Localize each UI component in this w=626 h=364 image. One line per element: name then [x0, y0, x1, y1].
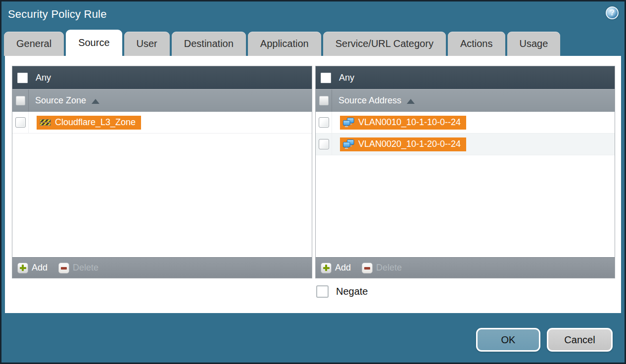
row-checkbox[interactable] — [319, 139, 329, 149]
zone-tag-label: Cloudflare_L3_Zone — [55, 117, 136, 128]
tab-service-url-category[interactable]: Service/URL Category — [323, 32, 446, 56]
source-address-panel: Any Source Address — [315, 66, 615, 278]
tab-application[interactable]: Application — [248, 32, 321, 56]
table-row[interactable]: VLAN0010_10-1-10-0--24 — [316, 112, 615, 134]
source-zone-column-header[interactable]: Source Zone — [12, 89, 312, 112]
column-header-label: Source Address — [338, 95, 401, 106]
source-address-footer: Add Delete — [316, 257, 615, 278]
zone-tag[interactable]: Cloudflare_L3_Zone — [37, 116, 141, 130]
address-tag-label: VLAN0010_10-1-10-0--24 — [358, 117, 461, 128]
add-plus-icon — [17, 263, 28, 273]
source-zone-rows: Cloudflare_L3_Zone — [12, 112, 312, 257]
any-label: Any — [36, 73, 51, 83]
address-tag[interactable]: VLAN0010_10-1-10-0--24 — [340, 116, 466, 130]
tab-destination[interactable]: Destination — [172, 32, 246, 56]
source-address-rows: VLAN0010_10-1-10-0--24 — [316, 112, 615, 257]
add-button[interactable]: Add — [321, 263, 351, 273]
source-address-any-row: Any — [316, 66, 615, 89]
tab-user[interactable]: User — [124, 32, 170, 56]
tab-source[interactable]: Source — [66, 30, 122, 56]
delete-minus-icon — [58, 263, 69, 273]
row-checkbox[interactable] — [15, 117, 26, 128]
negate-row: Negate — [316, 285, 368, 298]
tab-usage[interactable]: Usage — [507, 32, 561, 56]
security-policy-rule-dialog: Security Policy Rule ? General Source Us… — [0, 0, 626, 364]
address-icon — [343, 139, 354, 149]
source-address-column-header[interactable]: Source Address — [316, 89, 615, 112]
address-tag-label: VLAN0020_10-1-20-0--24 — [358, 139, 461, 149]
dialog-actions: OK Cancel — [476, 328, 613, 352]
negate-label: Negate — [336, 286, 368, 297]
table-row[interactable]: VLAN0020_10-1-20-0--24 — [316, 134, 615, 155]
row-checkbox[interactable] — [319, 117, 329, 128]
tab-bar: General Source User Destination Applicat… — [4, 30, 560, 56]
table-row[interactable]: Cloudflare_L3_Zone — [12, 112, 312, 134]
any-label: Any — [339, 73, 354, 83]
title-bar: Security Policy Rule ? — [1, 1, 625, 30]
column-header-label: Source Zone — [35, 95, 86, 106]
delete-minus-icon — [362, 263, 373, 273]
cancel-button[interactable]: Cancel — [547, 328, 613, 352]
source-address-select-all-checkbox[interactable] — [319, 96, 329, 105]
address-icon — [343, 118, 354, 127]
delete-button[interactable]: Delete — [362, 263, 402, 273]
sort-ascending-icon — [92, 99, 99, 104]
source-zone-panel: Any Source Zone — [12, 66, 312, 278]
negate-checkbox[interactable] — [316, 285, 329, 298]
add-button[interactable]: Add — [17, 263, 48, 273]
zone-icon — [40, 118, 51, 127]
source-zone-select-all-checkbox[interactable] — [16, 96, 25, 105]
add-plus-icon — [321, 263, 332, 273]
ok-button[interactable]: OK — [476, 328, 540, 352]
source-tab-content: Any Source Zone — [5, 56, 621, 313]
source-address-any-checkbox[interactable] — [321, 73, 331, 83]
tab-general[interactable]: General — [4, 32, 64, 56]
source-zone-footer: Add Delete — [12, 257, 312, 278]
source-zone-any-checkbox[interactable] — [17, 73, 28, 83]
address-tag[interactable]: VLAN0020_10-1-20-0--24 — [340, 137, 466, 151]
tab-actions[interactable]: Actions — [448, 32, 505, 56]
source-zone-any-row: Any — [12, 66, 312, 89]
sort-ascending-icon — [407, 99, 415, 104]
page-title: Security Policy Rule — [8, 8, 107, 21]
delete-button[interactable]: Delete — [58, 263, 98, 273]
help-icon[interactable]: ? — [606, 6, 619, 19]
